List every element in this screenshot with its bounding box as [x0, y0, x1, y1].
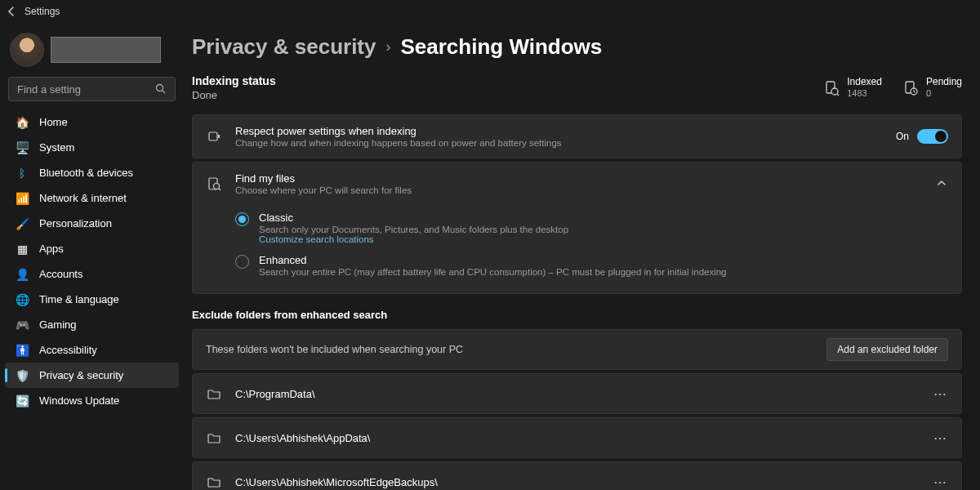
shield-icon: 🛡️	[15, 368, 29, 383]
respect-power-card: Respect power settings when indexing Cha…	[192, 114, 962, 158]
indexing-status-row: Indexing status Done Indexed 1483 Pendin…	[192, 74, 962, 101]
indexed-icon	[822, 79, 840, 97]
folder-path: C:\Users\Abhishek\AppData\	[235, 432, 919, 444]
radio-enhanced[interactable]	[235, 255, 249, 269]
sidebar-item-network[interactable]: 📶Network & internet	[5, 185, 179, 211]
pending-icon	[902, 79, 920, 97]
radio-option-classic[interactable]: Classic Search only your Documents, Pict…	[235, 207, 948, 249]
brush-icon: 🖌️	[15, 216, 29, 231]
folder-icon	[206, 430, 222, 446]
respect-power-desc: Change how and when indexing happens bas…	[235, 138, 883, 148]
nav-list: 🏠Home 🖥️System ᛒBluetooth & devices 📶Net…	[5, 109, 179, 413]
sidebar-item-accounts[interactable]: 👤Accounts	[5, 261, 179, 287]
apps-icon: ▦	[15, 242, 29, 256]
excluded-folder-row: C:\ProgramData\ ⋯	[192, 373, 962, 414]
folder-path: C:\ProgramData\	[235, 388, 919, 400]
sidebar-item-gaming[interactable]: 🎮Gaming	[5, 312, 179, 337]
find-my-files-header[interactable]: Find my files Choose where your PC will …	[193, 163, 961, 205]
document-search-icon	[206, 176, 222, 192]
radio-classic[interactable]	[235, 212, 249, 226]
find-my-files-card: Find my files Choose where your PC will …	[192, 162, 962, 294]
update-icon: 🔄	[15, 394, 29, 408]
find-my-files-title: Find my files	[235, 172, 924, 185]
sidebar-item-home[interactable]: 🏠Home	[5, 109, 179, 135]
more-options-button[interactable]: ⋯	[932, 474, 948, 490]
svg-line-11	[219, 189, 221, 191]
gaming-icon: 🎮	[15, 318, 29, 332]
page-title: Searching Windows	[400, 34, 602, 60]
toggle-state-label: On	[896, 131, 909, 142]
window-title: Settings	[24, 6, 60, 17]
bluetooth-icon: ᛒ	[15, 166, 29, 180]
back-arrow-icon	[7, 7, 16, 16]
svg-rect-7	[209, 132, 217, 140]
indexing-status-value: Done	[192, 89, 803, 101]
indexing-status-title: Indexing status	[192, 74, 803, 87]
respect-power-toggle[interactable]	[917, 129, 948, 144]
add-excluded-folder-button[interactable]: Add an excluded folder	[826, 338, 948, 361]
radio-option-enhanced[interactable]: Enhanced Search your entire PC (may affe…	[235, 249, 948, 282]
svg-rect-8	[218, 135, 220, 138]
folder-icon	[206, 474, 222, 490]
breadcrumb-parent[interactable]: Privacy & security	[192, 34, 376, 60]
find-my-files-desc: Choose where your PC will search for fil…	[235, 185, 924, 195]
wifi-icon: 📶	[15, 191, 29, 206]
exclude-description: These folders won't be included when sea…	[206, 344, 463, 355]
breadcrumb: Privacy & security › Searching Windows	[192, 34, 962, 60]
exclude-description-card: These folders won't be included when sea…	[192, 329, 962, 370]
sidebar-item-windows-update[interactable]: 🔄Windows Update	[5, 388, 179, 413]
metric-indexed: Indexed 1483	[822, 77, 882, 98]
svg-line-4	[837, 94, 839, 96]
chevron-right-icon: ›	[385, 38, 390, 56]
respect-power-title: Respect power settings when indexing	[235, 125, 883, 137]
sidebar-item-accessibility[interactable]: 🚹Accessibility	[5, 337, 179, 363]
battery-icon	[206, 128, 222, 145]
exclude-section-header: Exclude folders from enhanced search	[192, 309, 962, 321]
home-icon: 🏠	[15, 115, 29, 130]
folder-icon	[206, 385, 222, 402]
excluded-folder-row: C:\Users\Abhishek\MicrosoftEdgeBackups\ …	[192, 461, 962, 490]
sidebar-item-apps[interactable]: ▦Apps	[5, 236, 179, 261]
sidebar-item-bluetooth[interactable]: ᛒBluetooth & devices	[5, 160, 179, 185]
titlebar: Settings	[0, 0, 980, 23]
more-options-button[interactable]: ⋯	[932, 430, 948, 446]
back-button[interactable]	[7, 7, 16, 16]
metric-pending: Pending 0	[902, 77, 962, 98]
sidebar-item-system[interactable]: 🖥️System	[5, 135, 179, 160]
more-options-button[interactable]: ⋯	[932, 386, 948, 402]
sidebar-item-privacy-security[interactable]: 🛡️Privacy & security	[5, 363, 179, 388]
chevron-up-icon[interactable]	[937, 178, 948, 189]
accounts-icon: 👤	[15, 267, 29, 282]
svg-point-10	[214, 184, 220, 189]
system-icon: 🖥️	[15, 140, 29, 155]
excluded-folder-row: C:\Users\Abhishek\AppData\ ⋯	[192, 417, 962, 458]
globe-icon: 🌐	[15, 292, 29, 307]
sidebar-item-time-language[interactable]: 🌐Time & language	[5, 287, 179, 312]
customize-search-locations-link[interactable]: Customize search locations	[259, 234, 568, 244]
folder-path: C:\Users\Abhishek\MicrosoftEdgeBackups\	[235, 476, 919, 488]
svg-point-3	[831, 88, 838, 95]
find-my-files-options: Classic Search only your Documents, Pict…	[193, 205, 961, 293]
accessibility-icon: 🚹	[15, 343, 29, 358]
sidebar-item-personalization[interactable]: 🖌️Personalization	[5, 211, 179, 236]
